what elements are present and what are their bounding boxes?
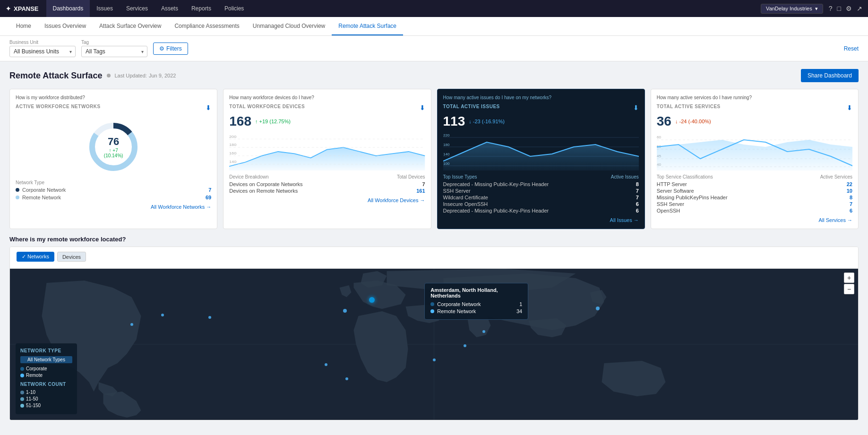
nav-item-issues[interactable]: Issues	[90, 0, 120, 17]
issues-chart: 220 180 140 100	[443, 133, 639, 171]
service-count-2: 10	[847, 188, 852, 194]
legend-corporate-type: Corporate	[20, 366, 72, 371]
main-content: Remote Attack Surface Last Updated: Jun …	[0, 61, 868, 435]
nav-icon-group: ? □ ⚙ ↗	[829, 5, 862, 12]
download-icon-issues[interactable]: ⬇	[633, 104, 639, 111]
settings-icon[interactable]: ⚙	[846, 5, 852, 12]
nav-item-services[interactable]: Services	[120, 0, 155, 17]
corporate-count: 7	[208, 187, 211, 193]
sub-nav-attack-surface[interactable]: Attack Surface Overview	[93, 17, 168, 35]
issues-metric-row: 113 ↓ -23 (-16.91%)	[443, 114, 639, 129]
legend-count-dot-3	[20, 404, 24, 408]
all-workforce-devices-link[interactable]: All Workforce Devices →	[229, 197, 425, 203]
network-types-list: Network Type Corporate Network 7 Remote …	[16, 180, 211, 200]
map-tab-devices[interactable]: Devices	[57, 252, 86, 262]
issue-count-4: 6	[636, 201, 639, 207]
svg-marker-3	[229, 147, 425, 171]
sub-nav-unmanaged-cloud[interactable]: Unmanaged Cloud Overview	[246, 17, 332, 35]
tag-select[interactable]: All Tags	[81, 46, 147, 57]
share-dashboard-button[interactable]: Share Dashboard	[801, 69, 859, 82]
nav-item-assets[interactable]: Assets	[155, 0, 185, 17]
active-issues-col-label: Active Issues	[611, 174, 639, 179]
sub-nav-home[interactable]: Home	[9, 17, 38, 35]
issues-card-header: TOTAL ACTIVE ISSUES ⬇	[443, 104, 639, 114]
tooltip-row-remote: Remote Network 34	[430, 308, 522, 314]
workforce-devices-card: How many workforce devices do I have? TO…	[223, 89, 431, 229]
top-services-label: Top Service Classifications	[657, 174, 713, 179]
notifications-icon[interactable]: □	[837, 5, 841, 12]
logo-icon: ✦	[6, 5, 11, 12]
world-map: Amsterdam, North Holland, Netherlands Co…	[10, 269, 858, 420]
legend-all-network-types-button[interactable]: All Network Types	[20, 356, 72, 363]
donut-chart-container: 76 ↑ +7 (10.14%)	[16, 119, 211, 175]
map-tabs: Networks Devices	[17, 252, 851, 262]
sub-nav-issues-overview[interactable]: Issues Overview	[38, 17, 93, 35]
download-icon-devices[interactable]: ⬇	[420, 104, 425, 111]
all-issues-link[interactable]: All Issues →	[443, 217, 639, 223]
services-chart: 60 50 45 40	[657, 133, 852, 171]
legend-network-type-title: NETWORK TYPE	[20, 348, 72, 353]
issue-label-1: Deprecated - Missing Public-Key-Pins Hea…	[443, 181, 549, 187]
status-dot	[107, 74, 111, 77]
svg-marker-29	[657, 140, 852, 171]
download-icon[interactable]: ⬇	[206, 104, 211, 111]
up-arrow-icon: ↑	[255, 119, 258, 124]
tenant-selector[interactable]: VanDelay Industries ▾	[761, 4, 823, 14]
breakdown-corporate: Devices on Corporate Networks 7	[229, 181, 425, 187]
workforce-networks-question: How is my workforce distributed?	[16, 95, 211, 100]
map-tabs-bar: Networks Devices	[10, 247, 858, 269]
title-row: Remote Attack Surface Last Updated: Jun …	[9, 71, 176, 81]
filters-button[interactable]: ⚙ Filters	[153, 43, 188, 55]
map-dot-japan	[596, 307, 600, 310]
devices-total: 168	[229, 114, 251, 129]
workforce-networks-card: How is my workforce distributed? ACTIVE …	[9, 89, 217, 229]
business-unit-select[interactable]: All Business Units	[9, 46, 76, 57]
all-workforce-networks-link[interactable]: All Workforce Networks →	[16, 204, 211, 210]
svg-text:200: 200	[229, 135, 237, 139]
zoom-out-button[interactable]: −	[844, 284, 854, 294]
network-type-corporate: Corporate Network 7	[16, 187, 211, 193]
nav-item-dashboards[interactable]: Dashboards	[46, 0, 90, 17]
reset-button[interactable]: Reset	[844, 45, 859, 52]
down-arrow-icon: ↓	[469, 119, 472, 124]
all-services-link[interactable]: All Services →	[657, 217, 852, 223]
remote-dot	[16, 196, 19, 199]
services-card-header: TOTAL ACTIVE SERVICES ⬇	[657, 104, 852, 114]
help-icon[interactable]: ?	[829, 5, 833, 12]
nav-item-policies[interactable]: Policies	[218, 0, 250, 17]
map-dot-uk	[343, 309, 347, 313]
tooltip-corporate-dot	[430, 302, 434, 306]
issues-chart-svg: 220 180 140 100	[443, 133, 639, 171]
active-services-question: How many active services do I have runni…	[657, 95, 852, 100]
issue-count-5: 6	[636, 208, 639, 213]
legend-remote-type: Remote	[20, 373, 72, 378]
breakdown-col1: Device Breakdown	[229, 174, 268, 179]
remote-count: 69	[206, 195, 211, 200]
service-row-2: Server Software 10	[657, 188, 852, 194]
devices-metric-row: 168 ↑ +19 (12.75%)	[229, 114, 425, 129]
svg-text:220: 220	[443, 134, 449, 137]
issue-row-3: Wildcard Certificate 7	[443, 195, 639, 200]
sub-nav-remote-attack[interactable]: Remote Attack Surface	[332, 17, 403, 35]
issue-count-3: 7	[636, 195, 639, 200]
nav-item-reports[interactable]: Reports	[185, 0, 218, 17]
services-change: ↓ -24 (-40.00%)	[675, 119, 711, 124]
service-row-1: HTTP Server 22	[657, 181, 852, 187]
external-link-icon[interactable]: ↗	[857, 5, 862, 12]
zoom-in-button[interactable]: +	[844, 273, 854, 283]
service-label-5: OpenSSH	[657, 208, 680, 213]
service-count-4: 7	[850, 201, 852, 207]
legend-remote-dot	[20, 374, 24, 377]
down-arrow-services-icon: ↓	[675, 119, 678, 124]
active-services-col-label: Active Services	[820, 174, 852, 179]
legend-count-label-3: 51-150	[26, 403, 41, 408]
service-count-3: 8	[850, 195, 852, 200]
active-issues-card: How many active issues do I have on my n…	[437, 89, 645, 229]
devices-breakdown-table: Device Breakdown Total Devices Devices o…	[229, 174, 425, 194]
map-tab-networks[interactable]: Networks	[17, 252, 54, 262]
networks-total: 76	[99, 136, 128, 148]
sub-nav-compliance[interactable]: Compliance Assessments	[168, 17, 246, 35]
download-icon-services[interactable]: ⬇	[847, 104, 852, 111]
corporate-network-label: Corporate Network	[16, 187, 66, 193]
last-updated: Last Updated: Jun 9, 2022	[107, 73, 176, 78]
